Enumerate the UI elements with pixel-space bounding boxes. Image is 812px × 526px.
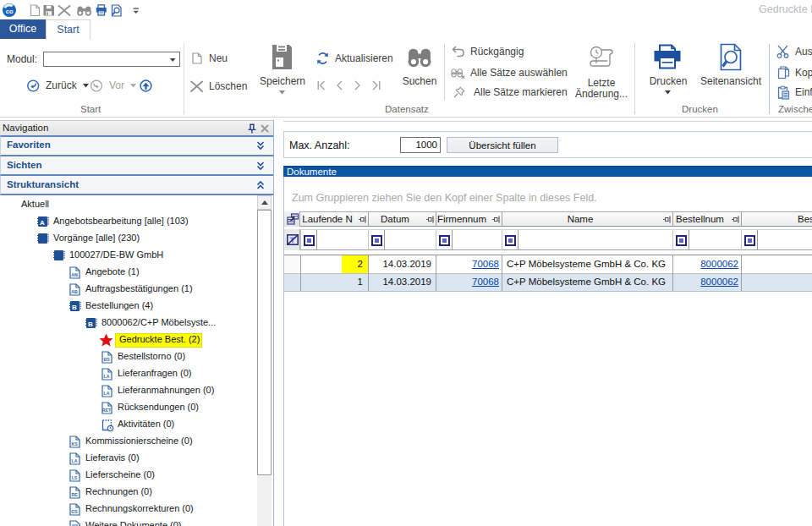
svg-text:RE: RE [71,492,78,497]
svg-text:BS: BS [103,357,110,362]
svg-text:B: B [72,304,77,311]
svg-text:AB: AB [71,289,78,294]
svg-text:KS: KS [71,441,78,447]
svg-text:co: co [6,8,14,15]
svg-text:LA: LA [72,458,78,463]
svg-text:AN: AN [71,272,78,277]
svg-text:LS: LS [72,475,78,480]
svg-text:A: A [40,219,45,227]
svg-text:GS: GS [71,509,78,514]
svg-text:LA: LA [104,391,110,396]
svg-text:B: B [88,321,93,328]
svg-text:RET: RET [102,408,112,413]
svg-text:LA: LA [104,374,110,379]
